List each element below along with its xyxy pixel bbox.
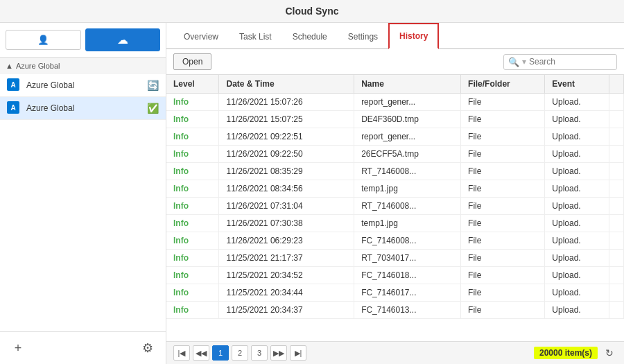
app-container: Cloud Sync 👤 ☁ ▲ Azure Global A Azure G bbox=[0, 0, 624, 364]
cell-level: Info bbox=[166, 267, 219, 284]
user-icon: 👤 bbox=[37, 35, 49, 45]
first-page-icon: |◀ bbox=[178, 349, 186, 358]
cell-extra bbox=[609, 267, 624, 284]
cell-datetime: 11/26/2021 15:07:25 bbox=[219, 111, 354, 128]
cell-name: 26ECFF5A.tmp bbox=[354, 146, 461, 163]
cell-extra bbox=[609, 94, 624, 111]
cell-name: FC_7146013... bbox=[354, 302, 461, 319]
cell-datetime: 11/26/2021 06:29:23 bbox=[219, 232, 354, 250]
app-title: Cloud Sync bbox=[285, 6, 338, 17]
sidebar-group-label: ▲ Azure Global bbox=[0, 58, 166, 74]
cell-name: FC_7146017... bbox=[354, 284, 461, 302]
cell-event: Upload. bbox=[545, 267, 609, 284]
first-page-button[interactable]: |◀ bbox=[173, 345, 190, 361]
sidebar-item-label-1: Azure Global bbox=[26, 80, 147, 90]
search-divider: ▾ bbox=[522, 57, 526, 67]
cell-event: Upload. bbox=[545, 284, 609, 302]
cell-level: Info bbox=[166, 250, 219, 267]
cell-extra bbox=[609, 128, 624, 146]
history-table: Level Date & Time Name File/Folder Event… bbox=[166, 75, 624, 319]
last-page-button[interactable]: ▶| bbox=[290, 345, 306, 361]
tab-schedule[interactable]: Schedule bbox=[282, 24, 338, 49]
col-level: Level bbox=[166, 75, 219, 94]
cell-filefolder: File bbox=[461, 215, 545, 232]
sidebar-footer: + ⚙ bbox=[0, 331, 166, 364]
cloud-button[interactable]: ☁ bbox=[85, 28, 161, 51]
group-label-text: Azure Global bbox=[16, 62, 60, 70]
sidebar-header: 👤 ☁ bbox=[0, 23, 166, 58]
cell-name: RT_7146008... bbox=[354, 198, 461, 215]
cell-filefolder: File bbox=[461, 232, 545, 250]
cell-filefolder: File bbox=[461, 250, 545, 267]
cell-filefolder: File bbox=[461, 180, 545, 198]
tab-settings[interactable]: Settings bbox=[338, 24, 388, 49]
cell-name: DE4F360D.tmp bbox=[354, 111, 461, 128]
table-row: Info 11/26/2021 08:35:29 RT_7146008... F… bbox=[166, 163, 624, 180]
cell-extra bbox=[609, 215, 624, 232]
sidebar-item-azure-global-2[interactable]: A Azure Global ✅ bbox=[0, 97, 166, 120]
cell-datetime: 11/26/2021 09:22:50 bbox=[219, 146, 354, 163]
cell-filefolder: File bbox=[461, 94, 545, 111]
search-box: 🔍 ▾ bbox=[503, 54, 617, 70]
cell-level: Info bbox=[166, 232, 219, 250]
cell-extra bbox=[609, 250, 624, 267]
cell-event: Upload. bbox=[545, 302, 609, 319]
cell-level: Info bbox=[166, 302, 219, 319]
col-more bbox=[609, 75, 624, 94]
table-row: Info 11/26/2021 15:07:25 DE4F360D.tmp Fi… bbox=[166, 111, 624, 128]
cell-extra bbox=[609, 180, 624, 198]
page-2-button[interactable]: 2 bbox=[232, 345, 248, 361]
tab-history[interactable]: History bbox=[388, 23, 439, 49]
col-filefolder: File/Folder bbox=[461, 75, 545, 94]
cell-event: Upload. bbox=[545, 111, 609, 128]
sidebar-item-label-2: Azure Global bbox=[26, 103, 147, 113]
table-row: Info 11/26/2021 08:34:56 temp1.jpg File … bbox=[166, 180, 624, 198]
gear-icon: ⚙ bbox=[142, 340, 153, 356]
cell-extra bbox=[609, 146, 624, 163]
sidebar-item-azure-global-1[interactable]: A Azure Global 🔄 bbox=[0, 74, 166, 97]
col-event: Event bbox=[545, 75, 609, 94]
next-page-button[interactable]: ▶▶ bbox=[270, 345, 287, 361]
cell-level: Info bbox=[166, 128, 219, 146]
cell-event: Upload. bbox=[545, 146, 609, 163]
cell-level: Info bbox=[166, 163, 219, 180]
cell-filefolder: File bbox=[461, 111, 545, 128]
cell-name: temp1.jpg bbox=[354, 180, 461, 198]
cell-filefolder: File bbox=[461, 128, 545, 146]
cell-extra bbox=[609, 302, 624, 319]
table-row: Info 11/25/2021 20:34:37 FC_7146013... F… bbox=[166, 302, 624, 319]
sync-icon: 🔄 bbox=[147, 80, 159, 91]
azure-icon-1: A bbox=[7, 78, 21, 92]
settings-button[interactable]: ⚙ bbox=[135, 338, 160, 358]
cell-filefolder: File bbox=[461, 163, 545, 180]
cell-name: FC_7146008... bbox=[354, 232, 461, 250]
tab-tasklist[interactable]: Task List bbox=[229, 24, 282, 49]
user-button[interactable]: 👤 bbox=[6, 30, 81, 50]
open-button[interactable]: Open bbox=[173, 53, 211, 70]
plus-icon: + bbox=[15, 341, 22, 356]
cell-extra bbox=[609, 284, 624, 302]
cell-datetime: 11/26/2021 09:22:51 bbox=[219, 128, 354, 146]
pagination-controls: |◀ ◀◀ 1 2 3 ▶▶ bbox=[173, 345, 306, 361]
cloud-icon: ☁ bbox=[117, 33, 128, 46]
main-area: 👤 ☁ ▲ Azure Global A Azure Global 🔄 A bbox=[0, 23, 624, 364]
search-input[interactable] bbox=[529, 57, 612, 67]
cell-extra bbox=[609, 163, 624, 180]
sidebar: 👤 ☁ ▲ Azure Global A Azure Global 🔄 A bbox=[0, 23, 166, 364]
svg-text:A: A bbox=[10, 81, 15, 89]
prev-page-icon: ◀◀ bbox=[196, 349, 207, 358]
toolbar: Open 🔍 ▾ bbox=[166, 49, 624, 75]
cell-datetime: 11/25/2021 21:17:37 bbox=[219, 250, 354, 267]
cell-datetime: 11/26/2021 08:35:29 bbox=[219, 163, 354, 180]
page-1-button[interactable]: 1 bbox=[212, 345, 229, 361]
pagination: |◀ ◀◀ 1 2 3 ▶▶ bbox=[166, 341, 624, 364]
cell-name: RT_7146008... bbox=[354, 163, 461, 180]
page-3-button[interactable]: 3 bbox=[251, 345, 268, 361]
check-icon: ✅ bbox=[147, 103, 159, 114]
tab-overview[interactable]: Overview bbox=[173, 24, 229, 49]
add-button[interactable]: + bbox=[6, 338, 31, 358]
refresh-button[interactable]: ↻ bbox=[602, 345, 617, 361]
prev-page-button[interactable]: ◀◀ bbox=[193, 345, 209, 361]
cell-level: Info bbox=[166, 111, 219, 128]
cell-level: Info bbox=[166, 146, 219, 163]
